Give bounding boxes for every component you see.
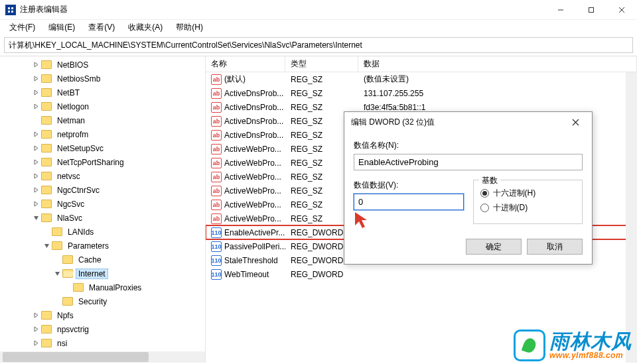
tree-item-label: Parameters (65, 241, 111, 251)
tree-item[interactable]: netprofm (0, 127, 205, 141)
tree-item-label: ManualProxies (86, 282, 144, 293)
expander-icon[interactable] (32, 158, 40, 166)
tree-item-label: Netlogon (54, 101, 92, 112)
address-bar[interactable]: 计算机\HKEY_LOCAL_MACHINE\SYSTEM\CurrentCon… (4, 37, 633, 53)
value-name: ActiveWebPro... (224, 172, 281, 182)
value-type-icon: 110 (211, 227, 222, 238)
value-type-icon: 110 (211, 241, 222, 252)
svg-rect-0 (8, 7, 10, 9)
folder-icon (73, 283, 84, 292)
tree-item[interactable]: NetSetupSvc (0, 141, 205, 155)
watermark-icon (514, 330, 545, 361)
column-header-name[interactable]: 名称 (206, 56, 285, 72)
value-type-icon: 110 (211, 255, 222, 266)
expander-icon[interactable] (32, 186, 40, 194)
tree-horizontal-scrollbar[interactable] (0, 351, 205, 363)
tree-item[interactable]: nsi (0, 336, 205, 350)
expander-icon[interactable] (32, 312, 40, 320)
value-type-icon: ab (211, 186, 222, 196)
tree-item[interactable]: NetBT (0, 86, 205, 99)
expander-icon[interactable] (32, 339, 40, 347)
menu-file[interactable]: 文件(F) (3, 21, 42, 34)
expander-icon[interactable] (32, 200, 40, 208)
radix-dec-option[interactable]: 十进制(D) (480, 202, 576, 213)
tree-item[interactable]: NetbiosSmb (0, 72, 205, 86)
tree-item[interactable]: NgcCtnrSvc (0, 183, 205, 197)
tree-item[interactable]: ManualProxies (0, 280, 205, 294)
expander-icon[interactable] (32, 103, 40, 111)
expander-icon[interactable] (32, 89, 40, 97)
watermark: 雨林木风 www.ylmf888.com (514, 330, 632, 361)
expander-icon[interactable] (32, 131, 40, 139)
tree-item[interactable]: LANIds (0, 225, 205, 239)
tree-item[interactable]: Internet (0, 267, 205, 280)
tree-item[interactable]: Npfs (0, 308, 205, 322)
menu-edit[interactable]: 编辑(E) (42, 21, 82, 34)
base-fieldset: 基数 十六进制(H) 十进制(D) (473, 180, 583, 224)
value-name-label: 数值名称(N): (354, 140, 583, 151)
radix-dec-label: 十进制(D) (493, 202, 528, 213)
dialog-close-button[interactable] (565, 113, 585, 131)
value-data-label: 数值数据(V): (354, 180, 464, 191)
value-name: PassivePollPeri... (224, 242, 285, 251)
tree-item-label: nsi (54, 338, 70, 349)
expander-icon[interactable] (32, 117, 40, 125)
expander-icon[interactable] (32, 145, 40, 152)
tree-item[interactable]: npsvctrig (0, 322, 205, 336)
tree-item[interactable]: Cache (0, 253, 205, 267)
registry-tree[interactable]: NetBIOSNetbiosSmbNetBTNetlogonNetmannetp… (0, 58, 205, 363)
tree-item-label: Npfs (54, 310, 76, 321)
expander-icon[interactable] (32, 172, 40, 180)
value-data-input[interactable] (354, 194, 464, 210)
expander-icon[interactable] (53, 256, 61, 264)
expander-icon[interactable] (53, 270, 61, 278)
menu-view[interactable]: 查看(V) (82, 21, 121, 34)
radix-hex-option[interactable]: 十六进制(H) (480, 188, 576, 199)
expander-icon[interactable] (53, 298, 61, 306)
value-type-icon: ab (211, 144, 222, 154)
tree-item[interactable]: Netlogon (0, 99, 205, 113)
value-name: ActiveWebPro... (224, 186, 281, 196)
maximize-button[interactable] (576, 0, 606, 20)
tree-item[interactable]: Parameters (0, 239, 205, 253)
column-header-data[interactable]: 数据 (358, 56, 637, 72)
tree-item[interactable]: NetBIOS (0, 58, 205, 72)
expander-icon[interactable] (32, 326, 40, 334)
ok-button[interactable]: 确定 (466, 239, 522, 255)
value-name: EnableActivePr... (224, 228, 285, 237)
value-row[interactable]: ab(默认)REG_SZ(数值未设置) (206, 72, 637, 86)
tree-item[interactable]: NetTcpPortSharing (0, 155, 205, 169)
tree-pane: NetBIOSNetbiosSmbNetBTNetlogonNetmannetp… (0, 56, 206, 363)
expander-icon[interactable] (42, 242, 50, 250)
value-row[interactable]: abActiveDnsProb...REG_SZ131.107.255.255 (206, 86, 637, 100)
dialog-titlebar[interactable]: 编辑 DWORD (32 位)值 (344, 112, 592, 132)
column-header-type[interactable]: 类型 (285, 56, 358, 72)
value-row[interactable]: 110WebTimeoutREG_DWORD (206, 267, 637, 281)
menu-favorites[interactable]: 收藏夹(A) (121, 21, 169, 34)
tree-item[interactable]: Security (0, 294, 205, 308)
cancel-button[interactable]: 取消 (527, 239, 583, 255)
expander-icon[interactable] (32, 214, 40, 222)
value-name: ActiveDnsProb... (224, 131, 283, 140)
base-legend: 基数 (479, 175, 500, 186)
expander-icon[interactable] (32, 61, 40, 69)
minimize-button[interactable] (545, 0, 576, 20)
svg-rect-1 (11, 7, 13, 9)
tree-item-label: netvsc (54, 171, 83, 182)
menu-help[interactable]: 帮助(H) (169, 21, 210, 34)
tree-item[interactable]: NlaSvc (0, 211, 205, 225)
tree-item[interactable]: netvsc (0, 169, 205, 183)
value-data: 131.107.255.255 (358, 89, 637, 98)
value-name-input[interactable] (354, 154, 583, 170)
expander-icon[interactable] (64, 284, 72, 292)
value-type: REG_SZ (285, 75, 358, 84)
folder-icon (41, 116, 52, 125)
expander-icon[interactable] (32, 75, 40, 83)
value-type-icon: ab (211, 200, 222, 210)
expander-icon[interactable] (42, 228, 50, 236)
tree-item[interactable]: NgcSvc (0, 197, 205, 211)
watermark-text-url: www.ylmf888.com (549, 351, 623, 359)
close-button[interactable] (606, 0, 637, 20)
tree-item[interactable]: Netman (0, 113, 205, 127)
list-vertical-scrollbar[interactable] (626, 72, 637, 363)
